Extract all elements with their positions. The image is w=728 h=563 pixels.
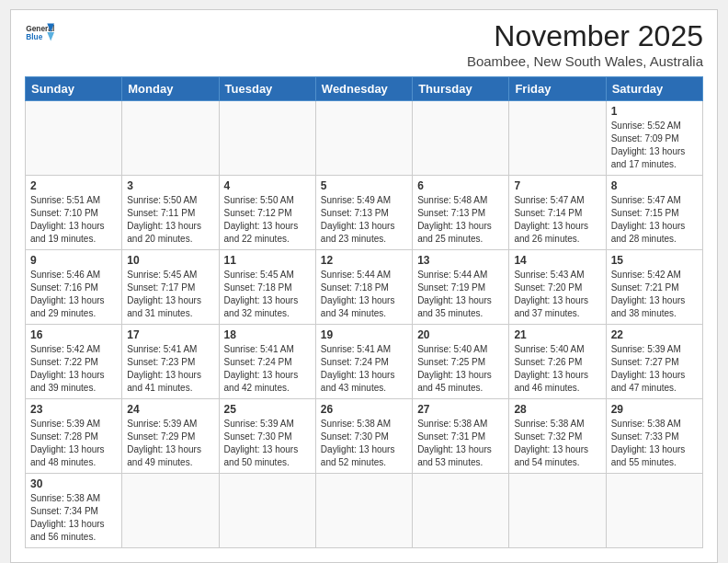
- day-info: Sunrise: 5:45 AM Sunset: 7:18 PM Dayligh…: [224, 269, 311, 320]
- day-number: 1: [611, 105, 698, 118]
- day-info: Sunrise: 5:41 AM Sunset: 7:24 PM Dayligh…: [321, 343, 407, 395]
- calendar-cell: 4Sunrise: 5:50 AM Sunset: 7:12 PM Daylig…: [219, 176, 315, 250]
- calendar-cell: [509, 474, 606, 548]
- day-number: 4: [224, 179, 311, 192]
- weekday-saturday: Saturday: [606, 77, 702, 101]
- calendar-cell: 15Sunrise: 5:42 AM Sunset: 7:21 PM Dayli…: [606, 250, 702, 325]
- svg-text:Blue: Blue: [26, 32, 42, 41]
- day-info: Sunrise: 5:44 AM Sunset: 7:18 PM Dayligh…: [321, 269, 407, 320]
- calendar-cell: [509, 101, 606, 176]
- calendar-week-6: 30Sunrise: 5:38 AM Sunset: 7:34 PM Dayli…: [26, 474, 703, 548]
- title-block: November 2025 Boambee, New South Wales, …: [467, 19, 703, 69]
- calendar-week-2: 2Sunrise: 5:51 AM Sunset: 7:10 PM Daylig…: [26, 176, 703, 250]
- day-number: 18: [224, 328, 311, 341]
- day-number: 2: [30, 179, 117, 192]
- day-info: Sunrise: 5:48 AM Sunset: 7:13 PM Dayligh…: [417, 194, 504, 246]
- calendar-cell: 28Sunrise: 5:38 AM Sunset: 7:32 PM Dayli…: [509, 399, 606, 474]
- day-number: 30: [30, 477, 117, 490]
- calendar-week-4: 16Sunrise: 5:42 AM Sunset: 7:22 PM Dayli…: [26, 325, 703, 399]
- calendar-cell: [315, 101, 412, 176]
- calendar-cell: 17Sunrise: 5:41 AM Sunset: 7:23 PM Dayli…: [122, 325, 219, 399]
- weekday-friday: Friday: [509, 77, 606, 101]
- calendar-cell: 11Sunrise: 5:45 AM Sunset: 7:18 PM Dayli…: [219, 250, 315, 325]
- calendar-cell: 14Sunrise: 5:43 AM Sunset: 7:20 PM Dayli…: [509, 250, 606, 325]
- calendar-cell: 1Sunrise: 5:52 AM Sunset: 7:09 PM Daylig…: [606, 101, 702, 176]
- svg-marker-3: [47, 32, 54, 41]
- day-number: 12: [321, 254, 407, 267]
- calendar-cell: 10Sunrise: 5:45 AM Sunset: 7:17 PM Dayli…: [122, 250, 219, 325]
- day-number: 14: [514, 254, 600, 267]
- calendar-cell: 27Sunrise: 5:38 AM Sunset: 7:31 PM Dayli…: [413, 399, 509, 474]
- day-number: 24: [127, 403, 213, 416]
- day-info: Sunrise: 5:39 AM Sunset: 7:29 PM Dayligh…: [127, 418, 213, 469]
- calendar-week-5: 23Sunrise: 5:39 AM Sunset: 7:28 PM Dayli…: [26, 399, 703, 474]
- day-info: Sunrise: 5:38 AM Sunset: 7:33 PM Dayligh…: [611, 418, 698, 469]
- calendar-cell: 22Sunrise: 5:39 AM Sunset: 7:27 PM Dayli…: [606, 325, 702, 399]
- weekday-header-row: SundayMondayTuesdayWednesdayThursdayFrid…: [26, 77, 703, 101]
- calendar-cell: [219, 474, 315, 548]
- calendar-table: SundayMondayTuesdayWednesdayThursdayFrid…: [25, 76, 703, 548]
- day-info: Sunrise: 5:38 AM Sunset: 7:30 PM Dayligh…: [321, 418, 407, 469]
- weekday-wednesday: Wednesday: [315, 77, 412, 101]
- day-number: 22: [611, 328, 698, 341]
- month-title: November 2025: [467, 19, 703, 53]
- calendar-cell: [315, 474, 412, 548]
- day-number: 6: [417, 179, 504, 192]
- day-number: 28: [514, 403, 600, 416]
- weekday-tuesday: Tuesday: [219, 77, 315, 101]
- day-number: 23: [30, 403, 117, 416]
- day-info: Sunrise: 5:47 AM Sunset: 7:15 PM Dayligh…: [611, 194, 698, 246]
- day-info: Sunrise: 5:39 AM Sunset: 7:28 PM Dayligh…: [30, 418, 117, 469]
- day-number: 29: [611, 403, 698, 416]
- day-number: 21: [514, 328, 600, 341]
- calendar-cell: [122, 474, 219, 548]
- calendar-week-3: 9Sunrise: 5:46 AM Sunset: 7:16 PM Daylig…: [26, 250, 703, 325]
- day-info: Sunrise: 5:52 AM Sunset: 7:09 PM Dayligh…: [611, 120, 698, 171]
- day-info: Sunrise: 5:42 AM Sunset: 7:21 PM Dayligh…: [611, 269, 698, 320]
- calendar-cell: 20Sunrise: 5:40 AM Sunset: 7:25 PM Dayli…: [413, 325, 509, 399]
- day-number: 26: [321, 403, 407, 416]
- calendar-cell: 7Sunrise: 5:47 AM Sunset: 7:14 PM Daylig…: [509, 176, 606, 250]
- day-info: Sunrise: 5:40 AM Sunset: 7:25 PM Dayligh…: [417, 343, 504, 395]
- weekday-thursday: Thursday: [413, 77, 509, 101]
- day-number: 9: [30, 254, 117, 267]
- calendar-header: General Blue November 2025 Boambee, New …: [25, 19, 703, 69]
- day-number: 27: [417, 403, 504, 416]
- logo: General Blue: [25, 19, 54, 45]
- calendar-cell: 2Sunrise: 5:51 AM Sunset: 7:10 PM Daylig…: [26, 176, 122, 250]
- calendar-cell: 30Sunrise: 5:38 AM Sunset: 7:34 PM Dayli…: [26, 474, 122, 548]
- day-info: Sunrise: 5:47 AM Sunset: 7:14 PM Dayligh…: [514, 194, 600, 246]
- location-title: Boambee, New South Wales, Australia: [467, 53, 703, 69]
- calendar-cell: [413, 474, 509, 548]
- calendar-container: General Blue November 2025 Boambee, New …: [10, 9, 718, 563]
- calendar-cell: [26, 101, 122, 176]
- calendar-cell: 9Sunrise: 5:46 AM Sunset: 7:16 PM Daylig…: [26, 250, 122, 325]
- day-info: Sunrise: 5:44 AM Sunset: 7:19 PM Dayligh…: [417, 269, 504, 320]
- day-info: Sunrise: 5:50 AM Sunset: 7:11 PM Dayligh…: [127, 194, 213, 246]
- day-number: 15: [611, 254, 698, 267]
- calendar-cell: 6Sunrise: 5:48 AM Sunset: 7:13 PM Daylig…: [413, 176, 509, 250]
- day-info: Sunrise: 5:42 AM Sunset: 7:22 PM Dayligh…: [30, 343, 117, 395]
- day-number: 19: [321, 328, 407, 341]
- calendar-cell: 24Sunrise: 5:39 AM Sunset: 7:29 PM Dayli…: [122, 399, 219, 474]
- calendar-cell: [606, 474, 702, 548]
- day-number: 5: [321, 179, 407, 192]
- day-info: Sunrise: 5:45 AM Sunset: 7:17 PM Dayligh…: [127, 269, 213, 320]
- day-info: Sunrise: 5:49 AM Sunset: 7:13 PM Dayligh…: [321, 194, 407, 246]
- calendar-cell: 5Sunrise: 5:49 AM Sunset: 7:13 PM Daylig…: [315, 176, 412, 250]
- calendar-week-1: 1Sunrise: 5:52 AM Sunset: 7:09 PM Daylig…: [26, 101, 703, 176]
- calendar-cell: 25Sunrise: 5:39 AM Sunset: 7:30 PM Dayli…: [219, 399, 315, 474]
- calendar-cell: [219, 101, 315, 176]
- calendar-cell: [122, 101, 219, 176]
- weekday-sunday: Sunday: [26, 77, 122, 101]
- calendar-cell: 21Sunrise: 5:40 AM Sunset: 7:26 PM Dayli…: [509, 325, 606, 399]
- day-info: Sunrise: 5:39 AM Sunset: 7:30 PM Dayligh…: [224, 418, 311, 469]
- day-number: 7: [514, 179, 600, 192]
- calendar-cell: 18Sunrise: 5:41 AM Sunset: 7:24 PM Dayli…: [219, 325, 315, 399]
- calendar-cell: 26Sunrise: 5:38 AM Sunset: 7:30 PM Dayli…: [315, 399, 412, 474]
- calendar-cell: 19Sunrise: 5:41 AM Sunset: 7:24 PM Dayli…: [315, 325, 412, 399]
- calendar-cell: 12Sunrise: 5:44 AM Sunset: 7:18 PM Dayli…: [315, 250, 412, 325]
- calendar-cell: 8Sunrise: 5:47 AM Sunset: 7:15 PM Daylig…: [606, 176, 702, 250]
- day-info: Sunrise: 5:38 AM Sunset: 7:31 PM Dayligh…: [417, 418, 504, 469]
- day-info: Sunrise: 5:50 AM Sunset: 7:12 PM Dayligh…: [224, 194, 311, 246]
